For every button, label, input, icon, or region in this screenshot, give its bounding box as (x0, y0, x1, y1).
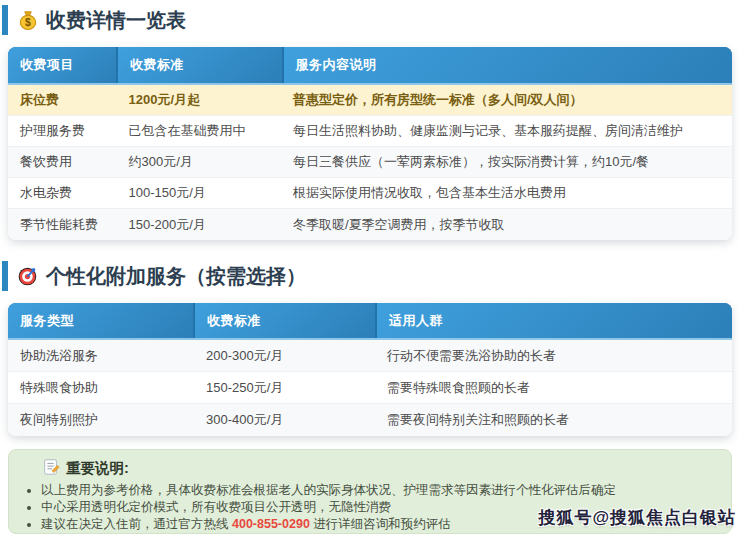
table-row: 特殊喂食协助 150-250元/月 需要特殊喂食照顾的长者 (8, 372, 732, 404)
fee-item: 餐饮费用 (8, 153, 117, 171)
table-row: 餐饮费用 约300元/月 每日三餐供应（一荤两素标准），按实际消费计算，约10元… (8, 147, 732, 178)
fee-desc: 冬季取暖/夏季空调费用，按季节收取 (281, 216, 732, 234)
addon-table: 服务类型 收费标准 适用人群 协助洗浴服务 200-300元/月 行动不便需要洗… (8, 303, 732, 436)
fee-item: 水电杂费 (8, 184, 117, 202)
note-item: 以上费用为参考价格，具体收费标准会根据老人的实际身体状况、护理需求等因素进行个性… (41, 482, 717, 499)
notes-title: 重要说明: (25, 458, 717, 479)
fee-price: 已包含在基础费用中 (117, 122, 281, 140)
memo-icon (42, 458, 60, 479)
fee-price: 100-150元/月 (117, 184, 281, 202)
fee-desc: 普惠型定价，所有房型统一标准（多人间/双人间） (281, 91, 732, 109)
fee-desc: 每日生活照料协助、健康监测与记录、基本服药提醒、房间清洁维护 (281, 122, 732, 140)
fee-price: 1200元/月起 (117, 91, 281, 109)
sohu-watermark: 搜狐号@搜狐焦点白银站 (538, 506, 736, 529)
fee-desc: 每日三餐供应（一荤两素标准），按实际消费计算，约10元/餐 (281, 153, 732, 171)
table-row: 季节性能耗费 150-200元/月 冬季取暖/夏季空调费用，按季节收取 (8, 209, 732, 240)
addon-table-header: 服务类型 收费标准 适用人群 (8, 303, 732, 340)
hotline-number: 400-855-0290 (232, 517, 310, 531)
service-price: 300-400元/月 (194, 411, 375, 429)
fee-desc: 根据实际使用情况收取，包含基本生活水电费用 (281, 184, 732, 202)
table-row: 护理服务费 已包含在基础费用中 每日生活照料协助、健康监测与记录、基本服药提醒、… (8, 116, 732, 147)
service-type: 特殊喂食协助 (8, 379, 194, 397)
service-price: 150-250元/月 (194, 379, 375, 397)
fee-item: 季节性能耗费 (8, 216, 117, 234)
section-title-text: 个性化附加服务（按需选择） (46, 263, 306, 290)
column-header: 收费标准 (118, 47, 281, 83)
fees-table: 收费项目 收费标准 服务内容说明 床位费 1200元/月起 普惠型定价，所有房型… (8, 47, 732, 240)
table-row: 床位费 1200元/月起 普惠型定价，所有房型统一标准（多人间/双人间） (8, 85, 732, 116)
service-price: 200-300元/月 (194, 347, 375, 365)
fee-item: 床位费 (8, 91, 117, 109)
fees-section-title: $ 收费详情一览表 (2, 5, 740, 35)
notes-title-text: 重要说明: (66, 459, 129, 478)
page-title: 收费详情一览表 (46, 7, 186, 34)
note-text-prefix: 建议在决定入住前，通过官方热线 (41, 517, 232, 531)
fee-price: 150-200元/月 (117, 216, 281, 234)
column-header: 适用人群 (377, 303, 732, 338)
service-audience: 行动不便需要洗浴协助的长者 (375, 347, 732, 365)
table-row: 夜间特别照护 300-400元/月 需要夜间特别关注和照顾的长者 (8, 404, 732, 436)
fee-item: 护理服务费 (8, 122, 117, 140)
service-type: 夜间特别照护 (8, 411, 194, 429)
svg-text:$: $ (25, 17, 31, 28)
column-header: 服务内容说明 (284, 47, 733, 83)
table-row: 协助洗浴服务 200-300元/月 行动不便需要洗浴协助的长者 (8, 340, 732, 372)
column-header: 收费标准 (195, 303, 375, 338)
note-text-suffix: 进行详细咨询和预约评估 (310, 517, 451, 531)
service-audience: 需要夜间特别关注和照顾的长者 (375, 411, 732, 429)
target-icon (17, 265, 39, 287)
addon-section-title: 个性化附加服务（按需选择） (2, 261, 740, 291)
fee-price: 约300元/月 (117, 153, 281, 171)
table-row: 水电杂费 100-150元/月 根据实际使用情况收取，包含基本生活水电费用 (8, 178, 732, 209)
column-header: 服务类型 (8, 303, 193, 338)
service-type: 协助洗浴服务 (8, 347, 194, 365)
column-header: 收费项目 (8, 47, 116, 83)
service-audience: 需要特殊喂食照顾的长者 (375, 379, 732, 397)
money-bag-icon: $ (17, 9, 39, 31)
fees-table-header: 收费项目 收费标准 服务内容说明 (8, 47, 732, 85)
